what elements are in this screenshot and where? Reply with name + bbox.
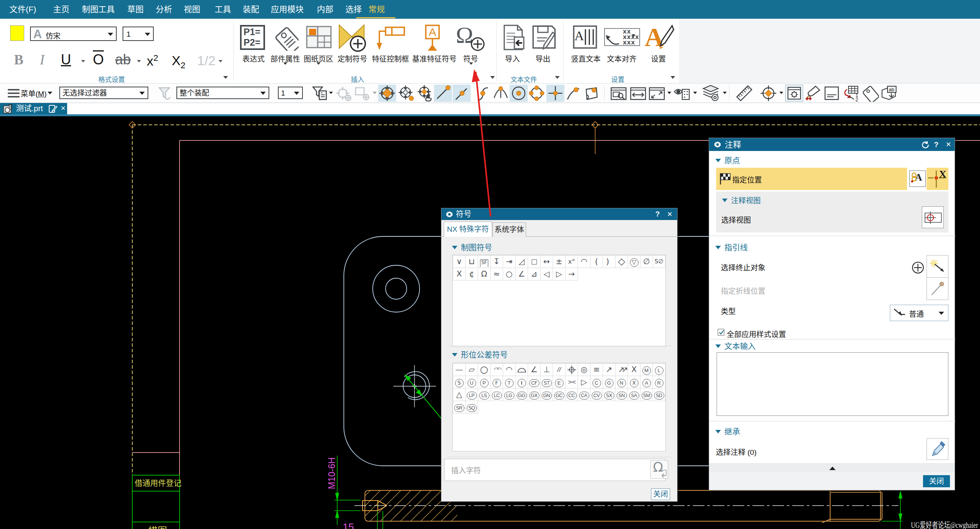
svg-text:描图: 描图 bbox=[148, 523, 167, 529]
svg-text:M10-6H: M10-6H bbox=[327, 457, 337, 489]
svg-text:借通用件登记: 借通用件登记 bbox=[135, 477, 181, 488]
svg-text:UG爱好者论坛@cwghaier: UG爱好者论坛@cwghaier bbox=[911, 518, 978, 529]
svg-text:X: X bbox=[939, 170, 946, 180]
svg-text:A: A bbox=[574, 28, 584, 43]
svg-text:2: 2 bbox=[855, 97, 858, 102]
svg-text:A: A bbox=[429, 26, 436, 38]
svg-text:ab: ab bbox=[889, 87, 894, 92]
svg-text:15: 15 bbox=[343, 521, 354, 529]
